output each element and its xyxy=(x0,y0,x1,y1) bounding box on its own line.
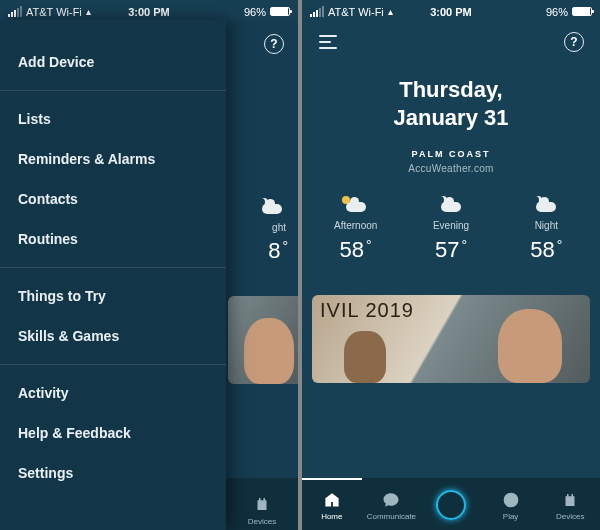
photo-person xyxy=(344,331,386,383)
weather-afternoon[interactable]: Afternoon 58° xyxy=(308,196,402,263)
date-heading: Thursday,January 31 PALM COAST AccuWeath… xyxy=(302,64,600,178)
weather-night[interactable]: Night 58° xyxy=(499,196,593,263)
weather-temp: 58° xyxy=(499,237,593,263)
photo-person xyxy=(498,309,562,383)
clock: 3:00 PM xyxy=(404,6,498,18)
wifi-icon: ▴ xyxy=(388,6,393,17)
home-icon xyxy=(322,490,342,510)
nav-label: Communicate xyxy=(367,512,416,521)
nav-drawer: Add Device Lists Reminders & Alarms Cont… xyxy=(0,20,226,530)
nav-devices[interactable]: Devices xyxy=(540,478,600,530)
battery-percent: 96% xyxy=(546,6,568,18)
drawer-item-activity[interactable]: Activity xyxy=(0,373,226,413)
weather-temp: 58° xyxy=(308,237,402,263)
weather-label: Afternoon xyxy=(308,220,402,231)
battery-icon xyxy=(572,7,592,16)
signal-icon xyxy=(8,6,22,17)
weather-label-peek: ght xyxy=(272,222,286,233)
drawer-item-reminders[interactable]: Reminders & Alarms xyxy=(0,139,226,179)
left-screen: AT&T Wi-Fi ▴ 3:00 PM 96% ? ght 8° Device… xyxy=(0,0,298,530)
weather-evening[interactable]: Evening 57° xyxy=(404,196,498,263)
weather-source[interactable]: AccuWeather.com xyxy=(312,163,590,174)
right-screen: AT&T Wi-Fi ▴ 3:00 PM 96% ? Thursday,Janu… xyxy=(302,0,600,530)
status-bar: AT&T Wi-Fi ▴ 3:00 PM 96% xyxy=(0,0,298,20)
drawer-item-things-to-try[interactable]: Things to Try xyxy=(0,276,226,316)
drawer-item-lists[interactable]: Lists xyxy=(0,99,226,139)
content-card[interactable]: IVIL 2019 xyxy=(312,295,590,383)
nav-play[interactable]: Play xyxy=(481,478,541,530)
partly-cloudy-night-icon xyxy=(258,198,286,216)
nav-communicate[interactable]: Communicate xyxy=(362,478,422,530)
wifi-icon: ▴ xyxy=(86,6,91,17)
drawer-item-contacts[interactable]: Contacts xyxy=(0,179,226,219)
partly-cloudy-night-icon xyxy=(437,196,465,214)
weather-temp-peek: 8° xyxy=(268,238,288,264)
play-icon xyxy=(501,490,521,510)
battery-percent: 96% xyxy=(244,6,266,18)
devices-icon xyxy=(560,490,580,510)
drawer-item-help[interactable]: Help & Feedback xyxy=(0,413,226,453)
nav-label: Home xyxy=(321,512,342,521)
nav-label: Play xyxy=(503,512,519,521)
divider xyxy=(0,267,226,268)
partly-cloudy-night-icon xyxy=(532,196,560,214)
carrier-label: AT&T Wi-Fi xyxy=(328,6,384,18)
status-bar: AT&T Wi-Fi ▴ 3:00 PM 96% xyxy=(302,0,600,20)
nav-devices-peek[interactable]: Devices xyxy=(226,478,298,530)
weather-row: Afternoon 58° Evening 57° Night 58° xyxy=(302,178,600,277)
bottom-nav: Home Communicate Play Devices xyxy=(302,478,600,530)
partly-cloudy-day-icon xyxy=(342,196,370,214)
alexa-ring-icon xyxy=(435,489,467,521)
carrier-label: AT&T Wi-Fi xyxy=(26,6,82,18)
weather-temp: 57° xyxy=(404,237,498,263)
divider xyxy=(0,90,226,91)
weather-label: Evening xyxy=(404,220,498,231)
drawer-backdrop[interactable] xyxy=(226,20,298,530)
location-label: PALM COAST xyxy=(312,149,590,159)
nav-alexa[interactable] xyxy=(421,478,481,530)
content-card-peek[interactable] xyxy=(228,296,298,384)
drawer-item-routines[interactable]: Routines xyxy=(0,219,226,259)
app-header: ? xyxy=(302,20,600,64)
chat-icon xyxy=(381,490,401,510)
divider xyxy=(0,364,226,365)
drawer-item-add-device[interactable]: Add Device xyxy=(0,42,226,82)
clock: 3:00 PM xyxy=(102,6,196,18)
help-icon[interactable]: ? xyxy=(562,30,586,54)
nav-label: Devices xyxy=(556,512,584,521)
drawer-item-settings[interactable]: Settings xyxy=(0,453,226,493)
devices-icon xyxy=(253,495,271,513)
signal-icon xyxy=(310,6,324,17)
card-headline: IVIL 2019 xyxy=(320,299,414,322)
drawer-item-skills-games[interactable]: Skills & Games xyxy=(0,316,226,356)
battery-icon xyxy=(270,7,290,16)
help-icon[interactable]: ? xyxy=(262,32,286,56)
weather-label: Night xyxy=(499,220,593,231)
nav-home[interactable]: Home xyxy=(302,478,362,530)
menu-icon[interactable] xyxy=(316,30,340,54)
